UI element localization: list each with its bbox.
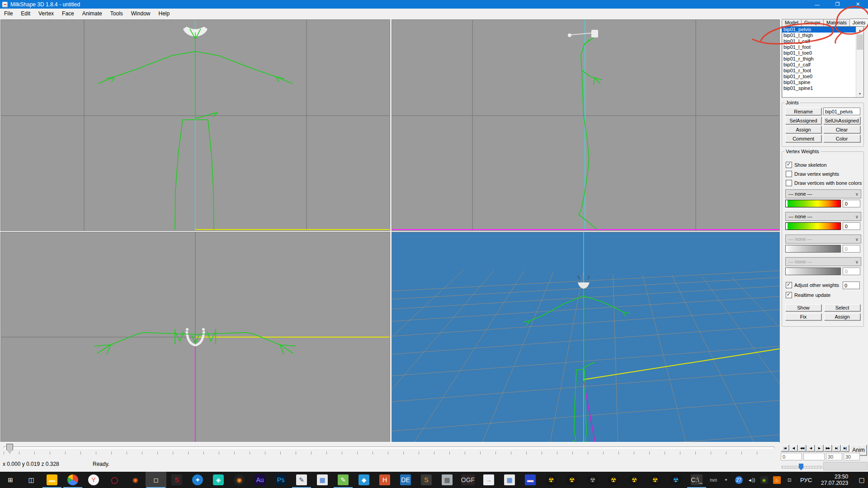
joint-list-item[interactable]: bip01_r_thigh: [782, 56, 863, 62]
joint-list-item[interactable]: bip01_spine1: [782, 85, 863, 91]
sel-unassigned-button[interactable]: SelUnAssigned: [823, 117, 860, 124]
slider-thumb[interactable]: [799, 464, 803, 470]
joints-list[interactable]: bip01_pelvisbip01_l_thighbip01_l_calfbip…: [782, 26, 864, 98]
menu-item[interactable]: Animate: [78, 9, 106, 19]
taskbar-clock[interactable]: 23:50 27.07.2023: [816, 474, 853, 486]
transport-button[interactable]: ▶▶: [824, 445, 832, 451]
floppy-save-icon[interactable]: ▬: [520, 472, 541, 488]
menu-item[interactable]: File: [0, 9, 17, 19]
start-button[interactable]: ⊞: [0, 472, 21, 488]
cmd-icon[interactable]: C:\_: [686, 472, 707, 488]
timeline-track[interactable]: [4, 446, 774, 449]
radiation-icon-3[interactable]: ☢: [603, 472, 624, 488]
menu-item[interactable]: Face: [58, 9, 78, 19]
joints-list-scrollbar[interactable]: ▲ ▼: [856, 27, 863, 97]
draw-vertex-weights-row[interactable]: Draw vertex weights: [786, 170, 839, 177]
weight-value-field[interactable]: 0: [843, 222, 860, 230]
joint-list-item[interactable]: bip01_spine: [782, 80, 863, 85]
radiation-icon-4[interactable]: ☢: [624, 472, 645, 488]
filmora-icon[interactable]: ◈: [208, 472, 229, 488]
frame-field-1[interactable]: [803, 453, 825, 460]
menu-item[interactable]: Vertex: [34, 9, 58, 19]
color-button[interactable]: Color: [823, 135, 860, 142]
hfc-blocks-icon[interactable]: H: [374, 472, 395, 488]
yandex-browser-icon[interactable]: Y: [83, 472, 104, 488]
transport-button[interactable]: ▶|: [832, 445, 840, 451]
radiation-icon-5[interactable]: ☢: [645, 472, 665, 488]
frame-field-0[interactable]: 0: [781, 453, 802, 460]
presentation-app-icon[interactable]: ▦: [312, 472, 333, 488]
radiation-icon-1[interactable]: ☢: [541, 472, 561, 488]
panel-tab[interactable]: Model: [782, 19, 802, 26]
joint-list-item[interactable]: bip01_l_toe0: [782, 50, 863, 56]
show-skeleton-row[interactable]: Show skeleton: [786, 161, 827, 168]
panel-tab[interactable]: Joints: [849, 19, 868, 26]
milkshape-icon[interactable]: ◻: [146, 472, 166, 488]
photoshop-icon[interactable]: Ps: [270, 472, 291, 488]
assign-weights-button[interactable]: Assign: [824, 313, 860, 320]
transport-button[interactable]: ◀|: [789, 445, 797, 451]
restore-button[interactable]: ❐: [827, 0, 848, 9]
window-app-icon[interactable]: ▦: [499, 472, 520, 488]
tray-nvo-icon[interactable]: nvo: [707, 472, 720, 488]
adobe-audition-icon[interactable]: Au: [250, 472, 270, 488]
transport-button[interactable]: ▶||: [841, 445, 849, 451]
scroll-up-icon[interactable]: ▲: [856, 27, 863, 33]
weight-gradient-bar[interactable]: [785, 200, 841, 207]
sublime-icon[interactable]: S: [416, 472, 437, 488]
animation-timeline[interactable]: [0, 442, 779, 457]
comment-button[interactable]: Comment: [785, 135, 821, 142]
viewport-side[interactable]: [392, 19, 780, 231]
language-indicator[interactable]: РУС: [796, 477, 816, 483]
close-button[interactable]: ✕: [848, 0, 868, 9]
vscode-icon[interactable]: ◆: [354, 472, 374, 488]
joint-list-item[interactable]: bip01_l_thigh: [782, 33, 863, 38]
weight-value-field[interactable]: 0: [843, 200, 860, 207]
task-view-button[interactable]: ◫: [21, 472, 42, 488]
tray-volume-icon[interactable]: ◄)): [745, 472, 758, 488]
tray-network-icon[interactable]: ⊡: [783, 472, 796, 488]
adjust-other-weights-row[interactable]: Adjust other weights 0: [786, 282, 861, 289]
select-button[interactable]: Select: [824, 304, 860, 311]
sel-assigned-button[interactable]: SelAssigned: [785, 117, 821, 124]
tray-java-icon[interactable]: ♨: [770, 472, 783, 488]
draw-vertices-bone-colors-checkbox[interactable]: [786, 180, 792, 186]
frame-slider[interactable]: [782, 464, 821, 470]
minimize-button[interactable]: —: [807, 0, 827, 9]
menu-item[interactable]: Window: [127, 9, 155, 19]
viewport-top[interactable]: [0, 232, 390, 442]
movie-robot-icon[interactable]: ✦: [187, 472, 208, 488]
viewport-front[interactable]: [0, 19, 390, 231]
joint-list-item[interactable]: bip01_r_foot: [782, 68, 863, 74]
fix-button[interactable]: Fix: [785, 313, 821, 320]
joint-list-item[interactable]: bip01_l_foot: [782, 44, 863, 50]
panel-tab[interactable]: Groups: [801, 19, 824, 26]
joint-list-item[interactable]: bip01_l_calf: [782, 38, 863, 44]
transport-button[interactable]: ▶: [815, 445, 823, 451]
transport-button[interactable]: ◀: [807, 445, 815, 451]
adjust-weight-value-field[interactable]: 0: [843, 282, 860, 289]
de-app-icon[interactable]: DE: [395, 472, 416, 488]
fl-studio-icon[interactable]: ◉: [229, 472, 250, 488]
radiation-icon-gray[interactable]: ☢: [582, 472, 603, 488]
notepad-icon[interactable]: ✎: [333, 472, 354, 488]
file-explorer-icon[interactable]: ▬: [42, 472, 62, 488]
ogf-viewer-icon[interactable]: OGF: [458, 472, 478, 488]
tray-nvidia-icon[interactable]: ◉: [758, 472, 770, 488]
radiation-icon-blue[interactable]: ☢: [665, 472, 686, 488]
menu-item[interactable]: Help: [154, 9, 174, 19]
tray-satellite-icon[interactable]: ⌖: [720, 472, 732, 488]
assign-button[interactable]: Assign: [785, 126, 821, 133]
show-skeleton-checkbox[interactable]: [786, 162, 792, 168]
joint-list-item[interactable]: bip01_r_toe0: [782, 74, 863, 80]
show-button[interactable]: Show: [785, 304, 821, 311]
clear-button[interactable]: Clear: [823, 126, 860, 133]
title-bar[interactable]: MilkShape 3D 1.8.4 - untitled — ❐ ✕: [0, 0, 868, 9]
transport-button[interactable]: |◀: [781, 445, 789, 451]
joint-name-field[interactable]: bip01_pelvis: [823, 108, 860, 115]
draw-vertices-bone-colors-row[interactable]: Draw vertices with bone colors: [786, 179, 862, 186]
scrollbar-thumb[interactable]: [857, 34, 863, 50]
image-editor-icon[interactable]: ✎: [291, 472, 312, 488]
tray-date-badge[interactable]: 27: [732, 472, 745, 488]
notification-center-icon[interactable]: ▢: [853, 476, 868, 483]
